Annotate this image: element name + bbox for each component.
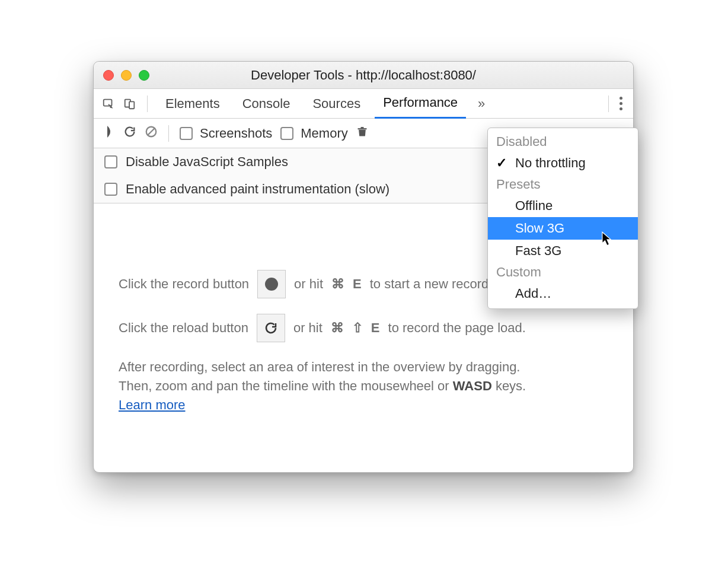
option-no-throttling[interactable]: No throttling xyxy=(488,152,638,174)
record-circle-icon xyxy=(265,278,278,291)
screenshots-checkbox[interactable]: Screenshots xyxy=(180,126,272,141)
window-title: Developer Tools - http://localhost:8080/ xyxy=(94,68,633,83)
memory-checkbox[interactable]: Memory xyxy=(280,126,347,141)
reload-instruction: Click the reload button or hit ⌘ ⇧ E to … xyxy=(119,314,608,342)
network-throttling-dropdown: Disabled No throttling Presets Offline S… xyxy=(487,128,638,309)
disable-js-label: Disable JavaScript Samples xyxy=(126,154,288,170)
svg-rect-2 xyxy=(129,101,134,109)
divider xyxy=(608,95,609,112)
inspect-icon[interactable] xyxy=(101,96,116,112)
device-toggle-icon[interactable] xyxy=(122,96,138,112)
tab-sources[interactable]: Sources xyxy=(304,89,369,119)
reload-demo-button[interactable] xyxy=(257,314,285,342)
svg-line-4 xyxy=(148,128,155,135)
option-offline[interactable]: Offline xyxy=(488,195,638,217)
reload-icon xyxy=(264,321,278,335)
checkbox-icon xyxy=(280,127,293,140)
tab-console[interactable]: Console xyxy=(234,89,299,119)
minimize-window-button[interactable] xyxy=(121,70,132,81)
trash-icon[interactable] xyxy=(356,125,368,142)
zoom-window-button[interactable] xyxy=(139,70,149,81)
option-add-custom[interactable]: Add… xyxy=(488,282,638,305)
menu-kebab-icon[interactable] xyxy=(616,97,626,110)
screenshots-label: Screenshots xyxy=(200,126,272,141)
more-tabs-button[interactable]: » xyxy=(472,96,491,112)
cursor-icon xyxy=(602,231,612,247)
command-key-icon: ⌘ xyxy=(331,275,344,294)
option-slow-3g[interactable]: Slow 3G xyxy=(488,217,638,240)
overview-instruction: After recording, select an area of inter… xyxy=(119,358,608,415)
svg-rect-0 xyxy=(104,99,112,106)
checkbox-icon[interactable] xyxy=(104,183,117,196)
record-button[interactable] xyxy=(106,126,115,141)
tab-performance[interactable]: Performance xyxy=(375,89,466,119)
memory-label: Memory xyxy=(301,126,347,141)
svg-rect-5 xyxy=(357,128,366,129)
tab-bar: Elements Console Sources Performance » xyxy=(94,89,633,119)
checkbox-icon xyxy=(180,127,193,140)
command-key-icon: ⌘ xyxy=(331,319,344,338)
option-fast-3g[interactable]: Fast 3G xyxy=(488,240,638,262)
traffic-lights xyxy=(94,70,149,81)
dropdown-group-presets: Presets xyxy=(488,174,638,195)
close-window-button[interactable] xyxy=(103,70,114,81)
enable-paint-label: Enable advanced paint instrumentation (s… xyxy=(126,182,389,197)
tab-elements[interactable]: Elements xyxy=(157,89,228,119)
divider xyxy=(168,125,169,142)
record-demo-button[interactable] xyxy=(257,270,286,298)
clear-button[interactable] xyxy=(145,125,158,142)
divider xyxy=(147,95,148,112)
learn-more-link[interactable]: Learn more xyxy=(119,397,186,412)
title-bar: Developer Tools - http://localhost:8080/ xyxy=(94,62,633,89)
dropdown-group-disabled: Disabled xyxy=(488,132,638,152)
shift-key-icon: ⇧ xyxy=(352,319,363,338)
checkbox-icon[interactable] xyxy=(104,155,117,168)
reload-record-button[interactable] xyxy=(123,125,136,142)
svg-rect-6 xyxy=(360,127,363,128)
dropdown-group-custom: Custom xyxy=(488,262,638,282)
